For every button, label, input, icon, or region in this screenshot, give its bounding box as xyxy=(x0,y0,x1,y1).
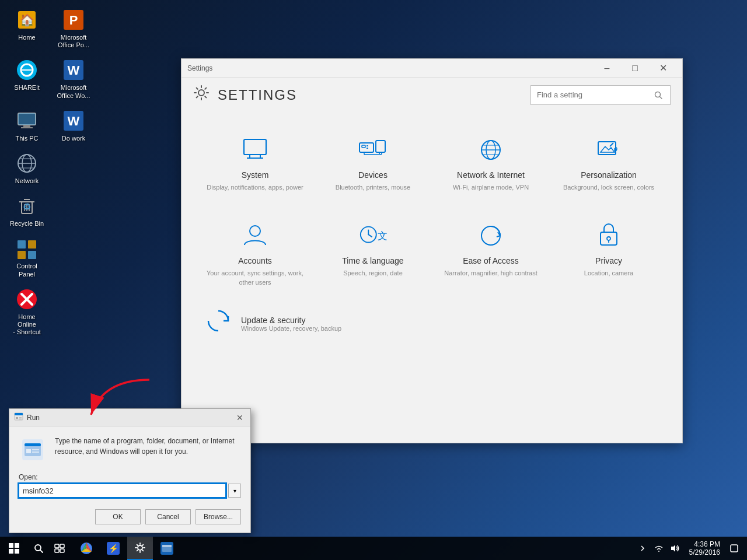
tray-network-icon[interactable] xyxy=(652,537,666,560)
privacy-desc: Location, camera xyxy=(584,269,633,278)
run-open-label: Open: xyxy=(19,473,241,481)
settings-item-network[interactable]: Network & Internet Wi-Fi, airplane mode,… xyxy=(435,124,547,204)
personalization-desc: Background, lock screen, colors xyxy=(563,183,654,192)
run-input-row: ▾ xyxy=(19,484,241,498)
run-open-input[interactable] xyxy=(19,484,226,498)
svg-rect-81 xyxy=(15,543,19,548)
time-language-icon: 文 xyxy=(358,221,388,250)
this-pc-icon xyxy=(15,109,39,132)
network-icon xyxy=(15,152,39,175)
taskbar-thunder[interactable]: ⚡ xyxy=(100,537,126,560)
settings-content: System Display, notifications, apps, pow… xyxy=(181,112,682,443)
run-title-text: Run xyxy=(27,414,234,422)
control-panel-label: Control Panel xyxy=(8,262,46,278)
run-form: Open: ▾ xyxy=(9,473,250,503)
settings-item-ease[interactable]: Ease of Access Narrator, magnifier, high… xyxy=(435,209,547,299)
update-security-text: Update & security Windows Update, recove… xyxy=(241,316,341,332)
run-close-button[interactable]: ✕ xyxy=(234,412,246,424)
settings-item-time[interactable]: 文 Time & language Speech, region, date xyxy=(317,209,429,299)
svg-line-56 xyxy=(610,143,613,146)
settings-search-input[interactable] xyxy=(531,90,648,99)
settings-header-gear-icon xyxy=(193,85,210,105)
home-online-shortcut-icon xyxy=(15,288,39,311)
settings-item-devices[interactable]: Devices Bluetooth, printers, mouse xyxy=(317,124,429,204)
run-dropdown-button[interactable]: ▾ xyxy=(228,484,241,498)
run-browse-button[interactable]: Browse... xyxy=(196,509,241,524)
network-internet-desc: Wi-Fi, airplane mode, VPN xyxy=(453,183,529,192)
network-internet-name: Network & Internet xyxy=(457,170,525,180)
do-work-label: Do work xyxy=(62,135,85,142)
privacy-icon xyxy=(594,221,623,250)
run-body: Type the name of a program, folder, docu… xyxy=(9,426,250,473)
settings-item-personalization[interactable]: Personalization Background, lock screen,… xyxy=(553,124,665,204)
home-icon: 🏠 xyxy=(15,8,39,32)
run-titlebar: Run ✕ xyxy=(9,409,250,426)
settings-item-system[interactable]: System Display, notifications, apps, pow… xyxy=(199,124,311,204)
run-ok-button[interactable]: OK xyxy=(95,509,141,524)
svg-rect-75 xyxy=(25,443,41,446)
desktop-icon-ms-office-wo[interactable]: W Microsoft Office Wo... xyxy=(53,56,95,102)
taskbar: ⚡ xyxy=(0,537,747,560)
control-panel-icon xyxy=(15,237,39,260)
tray-chevron-icon[interactable] xyxy=(636,537,650,560)
update-security-name: Update & security xyxy=(241,316,341,325)
system-name: System xyxy=(242,170,269,180)
home-label: Home xyxy=(18,34,35,41)
svg-rect-89 xyxy=(60,549,64,552)
svg-rect-70 xyxy=(16,417,18,419)
devices-desc: Bluetooth, printers, mouse xyxy=(336,183,410,192)
settings-search-box[interactable] xyxy=(530,85,671,105)
taskbar-settings[interactable] xyxy=(127,537,153,560)
settings-item-accounts[interactable]: Accounts Your account, sync settings, wo… xyxy=(199,209,311,299)
svg-line-36 xyxy=(660,96,662,99)
desktop-icon-shareit[interactable]: SHAREit xyxy=(6,56,48,102)
run-title-icon xyxy=(14,412,23,423)
settings-window: Settings – □ ✕ SETTINGS xyxy=(181,58,683,443)
accounts-icon xyxy=(240,221,270,250)
settings-item-privacy[interactable]: Privacy Location, camera xyxy=(553,209,665,299)
svg-rect-27 xyxy=(18,240,26,249)
ease-of-access-name: Ease of Access xyxy=(463,256,519,265)
close-button[interactable]: ✕ xyxy=(650,60,676,76)
taskbar-clock[interactable]: 4:36 PM 5/29/2016 xyxy=(685,540,725,556)
svg-rect-78 xyxy=(32,452,39,453)
taskbar-tray: 4:36 PM 5/29/2016 xyxy=(636,537,747,560)
svg-rect-10 xyxy=(18,113,36,125)
minimize-button[interactable]: – xyxy=(594,60,620,76)
taskbar-task-view-button[interactable] xyxy=(49,537,70,560)
taskbar-chrome[interactable] xyxy=(74,537,99,560)
svg-rect-77 xyxy=(32,449,39,450)
settings-header: SETTINGS xyxy=(181,78,682,112)
ease-of-access-desc: Narrator, magnifier, high contrast xyxy=(444,269,537,278)
desktop-icons-container: 🏠 Home P Microsoft Office Po... xyxy=(6,6,95,338)
desktop-icon-network[interactable]: Network xyxy=(6,149,48,187)
desktop-icon-control-panel[interactable]: Control Panel xyxy=(6,235,48,280)
svg-rect-44 xyxy=(366,145,368,146)
settings-search-button[interactable] xyxy=(648,86,669,104)
desktop-icon-home[interactable]: 🏠 Home xyxy=(6,6,48,51)
tray-volume-icon[interactable] xyxy=(668,537,682,560)
maximize-button[interactable]: □ xyxy=(622,60,648,76)
start-button[interactable] xyxy=(0,537,28,560)
svg-text:W: W xyxy=(68,114,80,128)
taskbar-app2[interactable] xyxy=(154,537,180,560)
settings-main-title: SETTINGS xyxy=(218,87,297,103)
tray-notification-icon[interactable] xyxy=(727,537,741,560)
time-language-name: Time & language xyxy=(342,256,403,265)
svg-point-34 xyxy=(198,90,204,96)
svg-rect-88 xyxy=(55,549,59,552)
svg-text:🏠: 🏠 xyxy=(20,13,34,27)
svg-point-57 xyxy=(250,226,260,236)
window-controls: – □ ✕ xyxy=(594,60,676,76)
taskbar-search-button[interactable] xyxy=(28,537,49,560)
run-cancel-button[interactable]: Cancel xyxy=(145,509,191,524)
svg-rect-37 xyxy=(244,139,266,155)
desktop-icon-ms-office-po[interactable]: P Microsoft Office Po... xyxy=(53,6,95,51)
svg-text:P: P xyxy=(69,13,78,27)
recycle-bin-label: Recycle Bin xyxy=(10,220,44,228)
run-dialog: Run ✕ Type the name of a program, folder… xyxy=(9,408,251,533)
desktop-icon-home-online-shortcut[interactable]: Home Online- Shortcut xyxy=(6,285,48,339)
desktop-icon-do-work[interactable]: W Do work xyxy=(53,107,95,145)
desktop-icon-recycle-bin[interactable]: ♻ Recycle Bin xyxy=(6,192,48,230)
desktop-icon-this-pc[interactable]: This PC xyxy=(6,107,48,145)
